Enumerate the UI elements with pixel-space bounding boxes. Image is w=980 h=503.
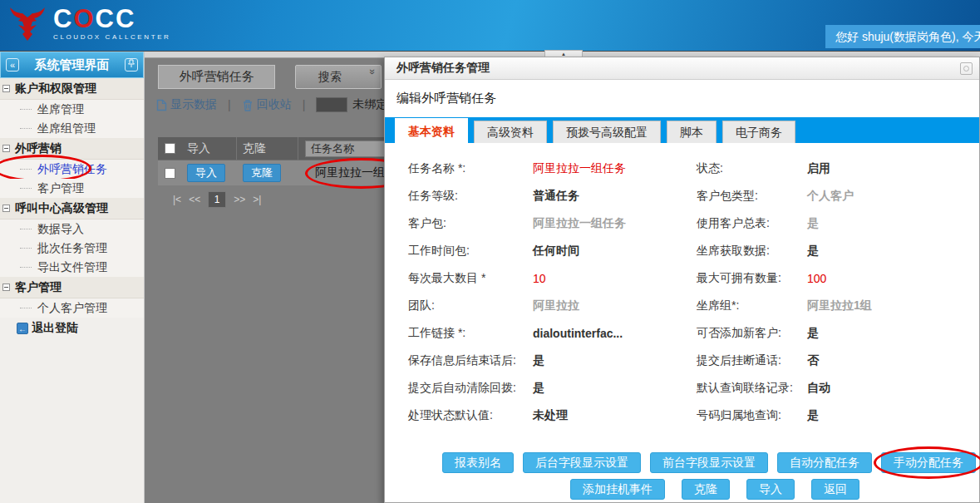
field-label: 处理状态默认值: — [408, 408, 533, 423]
panel-toolbar: 显示数据 | 回收站 | 未绑定 — [156, 97, 387, 112]
modal-titlebar: 外呼营销任务管理 — [385, 57, 979, 80]
frontend-field-display-button[interactable]: 前台字段显示设置 — [650, 452, 768, 473]
section-label: 客户管理 — [15, 280, 62, 295]
show-data-link[interactable]: 显示数据 — [156, 97, 217, 112]
field-label: 号码归属地查询: — [697, 408, 807, 423]
chevron-down-icon: » — [367, 69, 378, 86]
field-value: 任何时间 — [533, 244, 697, 259]
tab-ecommerce[interactable]: 电子商务 — [722, 121, 795, 143]
add-hangup-event-button[interactable]: 添加挂机事件 — [570, 479, 665, 500]
collapse-node-icon[interactable] — [2, 85, 10, 92]
modal-button-row-1: 报表别名 后台字段显示设置 前台字段显示设置 自动分配任务 手动分配任务 — [385, 452, 979, 473]
field-value: 自动 — [807, 381, 979, 396]
field-label: 保存信息后结束话后: — [408, 353, 533, 368]
item-label: 导出文件管理 — [37, 260, 107, 275]
item-label: 批次任务管理 — [37, 241, 107, 256]
field-label: 每次最大数目 * — [408, 271, 533, 286]
report-alias-button[interactable]: 报表别名 — [442, 452, 514, 473]
field-label: 任务等级: — [408, 189, 533, 204]
unbound-color-swatch — [316, 97, 347, 112]
next-page-button[interactable]: >> — [234, 194, 245, 205]
prev-page-button[interactable]: << — [189, 194, 200, 205]
field-value: 是 — [807, 216, 979, 231]
sidebar-section-customer-management[interactable]: 客户管理 — [0, 277, 144, 298]
search-label: 搜索 — [296, 70, 364, 85]
logo-red-letter: O — [73, 4, 95, 33]
tree-line — [20, 109, 32, 110]
tab-predial-advanced-config[interactable]: 预拨号高级配置 — [553, 121, 661, 143]
field-value: dialoutinterfac... — [533, 327, 697, 340]
row-checkbox[interactable] — [165, 168, 175, 179]
tab-script[interactable]: 脚本 — [667, 121, 717, 143]
form-row: 每次最大数目 * 10 最大可拥有数量: 100 — [408, 264, 979, 292]
sidebar-item-logout[interactable]: ← 退出登陆 — [0, 318, 144, 339]
sidebar-item-personal-customer-management[interactable]: 个人客户管理 — [0, 298, 144, 318]
select-all-checkbox[interactable] — [165, 143, 175, 154]
pin-sidebar-icon[interactable] — [125, 58, 138, 72]
tab-advanced-info[interactable]: 高级资料 — [474, 121, 547, 143]
edit-task-modal: 外呼营销任务管理 编辑外呼营销任务 基本资料 高级资料 预拨号高级配置 脚本 电… — [384, 57, 980, 503]
sidebar-item-data-import[interactable]: 数据导入 — [0, 219, 144, 239]
field-value: 是 — [533, 381, 697, 396]
auto-assign-task-button[interactable]: 自动分配任务 — [777, 452, 872, 473]
field-label: 客户包类型: — [697, 189, 807, 204]
modal-subtitle: 编辑外呼营销任务 — [396, 91, 979, 106]
field-value: 启用 — [807, 161, 979, 176]
item-label: 退出登陆 — [32, 321, 78, 336]
sidebar-item-outbound-marketing-tasks[interactable]: 外呼营销任务 — [0, 160, 144, 179]
logo-title: COCC — [53, 6, 171, 32]
import-button[interactable]: 导入 — [746, 479, 795, 500]
sidebar-item-agent-management[interactable]: 坐席管理 — [0, 100, 144, 119]
tree-line — [20, 248, 32, 249]
restore-window-icon[interactable] — [960, 62, 973, 75]
field-label: 可否添加新客户: — [697, 326, 807, 341]
row-clone-button[interactable]: 克隆 — [243, 164, 281, 182]
clone-button[interactable]: 克隆 — [682, 479, 730, 500]
field-label: 提交后自动清除回拨: — [408, 381, 533, 396]
sidebar-section-account-permissions[interactable]: 账户和权限管理 — [0, 78, 144, 100]
column-header-import: 导入 — [181, 137, 237, 160]
tab-basic-info[interactable]: 基本资料 — [395, 118, 468, 143]
row-import-button[interactable]: 导入 — [187, 164, 225, 182]
backend-field-display-button[interactable]: 后台字段显示设置 — [523, 452, 641, 473]
first-page-button[interactable]: |< — [173, 194, 181, 205]
document-icon — [156, 99, 167, 111]
form-row: 团队: 阿里拉拉 坐席组*: 阿里拉拉1组 — [408, 292, 979, 319]
sidebar-section-callcenter-advanced[interactable]: 呼叫中心高级管理 — [0, 198, 144, 219]
field-label: 工作链接 *: — [408, 326, 533, 341]
top-header: COCC CLOUDOX CALLCENTER 您好 shuju(数据岗角色),… — [0, 0, 980, 52]
form-row: 任务等级: 普通任务 客户包类型: 个人客户 — [408, 182, 979, 210]
collapse-sidebar-icon[interactable]: « — [6, 58, 19, 72]
field-label: 客户包: — [408, 216, 533, 231]
form-row: 客户包: 阿里拉拉一组任务 使用客户总表: 是 — [408, 210, 979, 237]
toolbar-separator: | — [228, 98, 231, 111]
sidebar-item-agent-group-management[interactable]: 坐席组管理 — [0, 119, 144, 138]
sidebar-item-batch-task-management[interactable]: 批次任务管理 — [0, 239, 144, 258]
field-label: 工作时间包: — [408, 244, 533, 259]
form-row: 保存信息后结束话后: 是 提交后挂断通话: 否 — [408, 347, 979, 374]
item-label: 坐席管理 — [37, 102, 84, 117]
sidebar-item-customer-management[interactable]: 客户管理 — [0, 179, 144, 198]
sidebar-item-export-file-management[interactable]: 导出文件管理 — [0, 258, 144, 277]
return-button[interactable]: 返回 — [811, 479, 859, 500]
user-greeting: 您好 shuju(数据岗角色), 今天 20 — [825, 25, 980, 48]
sidebar-header: « 系统管理界面 — [0, 52, 144, 78]
field-value: 10 — [533, 272, 697, 285]
field-value: 未处理 — [533, 408, 697, 423]
bull-logo-icon — [8, 6, 47, 42]
form-row: 工作时间包: 任何时间 坐席获取数据: 是 — [408, 237, 979, 264]
trash-icon — [242, 99, 254, 111]
modal-tab-bar: 基本资料 高级资料 预拨号高级配置 脚本 电子商务 — [385, 117, 979, 143]
manual-assign-task-button[interactable]: 手动分配任务 — [881, 452, 976, 473]
section-label: 外呼营销 — [15, 141, 62, 156]
collapse-node-icon[interactable] — [2, 205, 10, 212]
item-label: 坐席组管理 — [37, 121, 96, 136]
sidebar-section-outbound-marketing[interactable]: 外呼营销 — [0, 138, 144, 160]
sidebar-title: 系统管理界面 — [35, 57, 110, 73]
collapse-node-icon[interactable] — [2, 145, 10, 152]
recycle-bin-link[interactable]: 回收站 — [242, 97, 292, 112]
last-page-button[interactable]: >| — [253, 194, 261, 205]
collapse-node-icon[interactable] — [2, 284, 10, 291]
tree-line — [20, 128, 32, 129]
search-dropdown[interactable]: 搜索 » — [295, 65, 382, 89]
